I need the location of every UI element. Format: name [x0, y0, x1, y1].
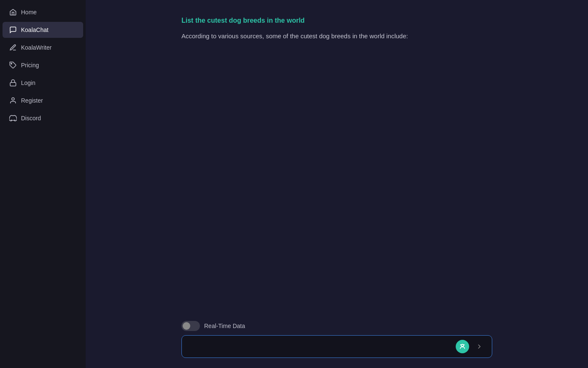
svg-point-3	[461, 344, 463, 347]
pricing-icon	[9, 61, 17, 69]
register-icon	[9, 97, 17, 104]
sidebar-label-register: Register	[21, 97, 43, 104]
discord-icon	[9, 114, 17, 122]
sidebar-label-login: Login	[21, 79, 35, 86]
real-time-toggle[interactable]	[181, 321, 200, 331]
sidebar: Home KoalaChat KoalaWriter Pricing Login…	[0, 0, 86, 368]
sidebar-item-koalawriter[interactable]: KoalaWriter	[3, 40, 83, 56]
sidebar-label-koalawriter: KoalaWriter	[21, 44, 52, 51]
sidebar-item-discord[interactable]: Discord	[3, 110, 83, 126]
svg-point-5	[464, 344, 465, 346]
login-icon	[9, 79, 17, 87]
svg-point-2	[12, 98, 14, 100]
koala-button[interactable]	[456, 340, 469, 353]
sidebar-item-register[interactable]: Register	[3, 93, 83, 109]
chat-input[interactable]	[188, 343, 452, 350]
message-intro: According to various sources, some of th…	[181, 31, 492, 41]
sidebar-label-pricing: Pricing	[21, 62, 39, 69]
sidebar-item-koalachat[interactable]: KoalaChat	[3, 22, 83, 38]
bottom-wrapper: Real-Time Data	[86, 314, 588, 368]
svg-point-0	[11, 63, 12, 64]
sidebar-item-home[interactable]: Home	[3, 4, 83, 20]
input-container	[181, 335, 492, 358]
sidebar-label-koalachat: KoalaChat	[21, 26, 48, 33]
message-title: List the cutest dog breeds in the world	[181, 17, 492, 24]
sidebar-item-login[interactable]: Login	[3, 75, 83, 91]
real-time-row: Real-Time Data	[181, 321, 492, 331]
toggle-track	[181, 321, 200, 331]
koalawriter-icon	[9, 44, 17, 51]
toggle-thumb	[183, 322, 190, 330]
message-block: List the cutest dog breeds in the world …	[181, 17, 492, 41]
home-icon	[9, 8, 17, 16]
chat-area: List the cutest dog breeds in the world …	[148, 0, 526, 314]
sidebar-label-discord: Discord	[21, 115, 41, 122]
svg-rect-1	[10, 82, 16, 86]
koalachat-icon	[9, 26, 17, 34]
sidebar-label-home: Home	[21, 9, 37, 16]
bottom-area: Real-Time Data	[148, 314, 526, 368]
svg-point-4	[460, 344, 462, 346]
real-time-label: Real-Time Data	[204, 323, 245, 329]
sidebar-item-pricing[interactable]: Pricing	[3, 57, 83, 73]
send-button[interactable]	[472, 340, 486, 353]
main-content: List the cutest dog breeds in the world …	[86, 0, 588, 368]
